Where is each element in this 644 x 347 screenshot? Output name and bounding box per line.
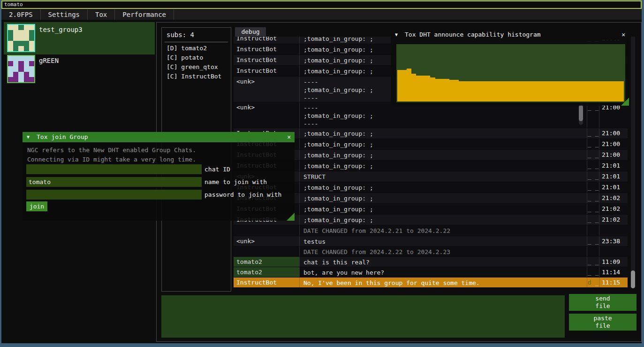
message-row[interactable]: InstructBotNo, I've been in this group f… (234, 278, 628, 288)
avatar-pixel (24, 61, 29, 66)
resize-grip[interactable] (287, 213, 295, 221)
histogram-bar (506, 81, 510, 101)
message-text: ----;tomato_in_group: ;---- (299, 102, 587, 128)
avatar-pixel (18, 66, 23, 71)
chat-scrollbar-thumb[interactable] (631, 270, 635, 288)
close-icon[interactable]: ✕ (621, 30, 625, 40)
resize-grip[interactable] (621, 98, 629, 106)
group-name: gREEN (39, 57, 59, 64)
screen: tomato 2.0FPSSettingsToxPerformance test… (0, 0, 644, 347)
message-text: ;tomato_in_group: ; (299, 182, 587, 193)
avatar-pixel (8, 41, 13, 46)
menu-item-tox[interactable]: Tox (88, 9, 115, 20)
sender-name: tomato2 (234, 257, 299, 267)
join-dialog-title-bar[interactable]: ▼ Tox join Group ✕ (23, 132, 295, 142)
join-dialog-description-line1: NGC refers to the New DHT enabled Group … (27, 147, 196, 154)
histogram-bar (534, 81, 539, 101)
avatar-pixel (18, 61, 23, 66)
histogram-bar (576, 81, 581, 101)
member-item[interactable]: [C] potato (167, 54, 203, 61)
message-input[interactable] (161, 295, 565, 338)
histogram-bar (553, 81, 558, 101)
paste-file-button[interactable]: paste file (569, 314, 636, 331)
send-file-button[interactable]: send file (569, 294, 636, 311)
histogram-bar (544, 81, 548, 101)
app-window: tomato 2.0FPSSettingsToxPerformance test… (1, 0, 642, 343)
paste-file-label-line1: paste (569, 315, 636, 322)
avatar-pixel (29, 41, 34, 46)
menu-item-performance[interactable]: Performance (115, 9, 174, 20)
avatar-pixel (18, 25, 23, 30)
timestamp: 11:15 (599, 278, 626, 287)
timestamp: 21:01 (599, 182, 626, 193)
group-name: test_group3 (39, 26, 83, 33)
avatar-pixel (24, 77, 29, 82)
histogram-bar (610, 81, 614, 101)
message-scrollbar-thumb[interactable] (579, 105, 583, 121)
message-line: bot, are you new here? (303, 269, 587, 277)
read-indicator: _ _ (587, 171, 599, 182)
message-row[interactable]: <unk>----;tomato_in_group: ;----_ _21:00 (234, 102, 628, 128)
sender-name: InstructBot (234, 44, 299, 54)
member-item[interactable]: [D] tomato2 (167, 45, 207, 52)
group-item-gREEN[interactable]: gREEN (4, 53, 155, 85)
avatar-pixel (24, 41, 29, 46)
histogram-bar (411, 74, 416, 101)
histogram-bar (520, 81, 525, 101)
read-indicator: _ _ (587, 150, 599, 160)
avatar-pixel (29, 61, 34, 66)
avatar-pixel (18, 30, 23, 35)
histogram-bar (511, 81, 515, 101)
avatar-pixel (13, 77, 18, 82)
join-dialog-title: Tox join Group (37, 132, 88, 142)
avatar-pixel (24, 35, 29, 40)
message-row[interactable]: <unk>testus_ _23:38 (234, 236, 628, 247)
avatar-pixel (13, 25, 18, 30)
avatar-pixel (18, 56, 23, 61)
read-indicator: _ _ (587, 102, 599, 128)
join-button[interactable]: join (26, 201, 47, 211)
timestamp: 11:14 (599, 267, 626, 277)
message-line: ;tomato_in_group: ; (303, 184, 587, 192)
menu-item-2-0fps[interactable]: 2.0FPS (1, 9, 41, 20)
collapse-icon[interactable]: ▼ (395, 30, 398, 40)
sender-name: <unk> (234, 77, 299, 102)
collapse-icon[interactable]: ▼ (27, 132, 30, 142)
avatar-pixel (13, 56, 18, 61)
join-group-dialog: ▼ Tox join Group ✕ NGC refers to the New… (23, 132, 295, 221)
message-row[interactable]: tomato2bot, are you new here?_ _11:14 (234, 267, 628, 278)
histogram-title: Tox DHT announce capability histogram (405, 30, 541, 40)
subs-count-label: subs: 4 (167, 31, 194, 39)
group-item-test_group3[interactable]: test_group3 (4, 22, 155, 54)
histogram-bar (492, 81, 496, 101)
histogram-bar (416, 76, 421, 101)
tab-debug[interactable]: debug (235, 27, 266, 37)
join-password-input[interactable] (26, 190, 202, 200)
message-text: ;tomato_in_group: ; (299, 204, 587, 214)
avatar-pixel (13, 61, 18, 66)
timestamp (599, 247, 626, 256)
close-icon[interactable]: ✕ (287, 132, 291, 142)
message-row[interactable]: tomato2chat is this real?_ _11:09 (234, 257, 628, 267)
histogram-plot (396, 44, 625, 102)
message-line: STRUCT (303, 173, 587, 181)
avatar-pixel (24, 30, 29, 35)
join-name-input[interactable] (26, 177, 202, 187)
read-indicator: _ _ (587, 182, 599, 193)
histogram-title-bar[interactable]: ▼ Tox DHT announce capability histogram … (391, 30, 629, 40)
chat-id-input[interactable] (26, 164, 202, 174)
window-title-bar: tomato (1, 0, 642, 9)
avatar-pixel (8, 56, 13, 61)
member-item[interactable]: [C] InstructBot (167, 73, 221, 80)
menu-item-settings[interactable]: Settings (41, 9, 88, 20)
paste-file-label-line2: file (569, 322, 636, 330)
avatar-pixel (8, 77, 13, 82)
read-indicator: _ _ (587, 193, 599, 203)
member-item[interactable]: [C] green_qtox (167, 63, 218, 70)
avatar-pixel (8, 25, 13, 30)
date-separator-row: DATE CHANGED from 2024.2.22 to 2024.2.23 (234, 247, 628, 257)
histogram-bar (596, 81, 600, 101)
message-line: ;tomato_in_group: ; (303, 130, 587, 138)
send-file-label-line1: send (569, 295, 636, 302)
chat-scrollbar-track[interactable] (631, 37, 635, 288)
